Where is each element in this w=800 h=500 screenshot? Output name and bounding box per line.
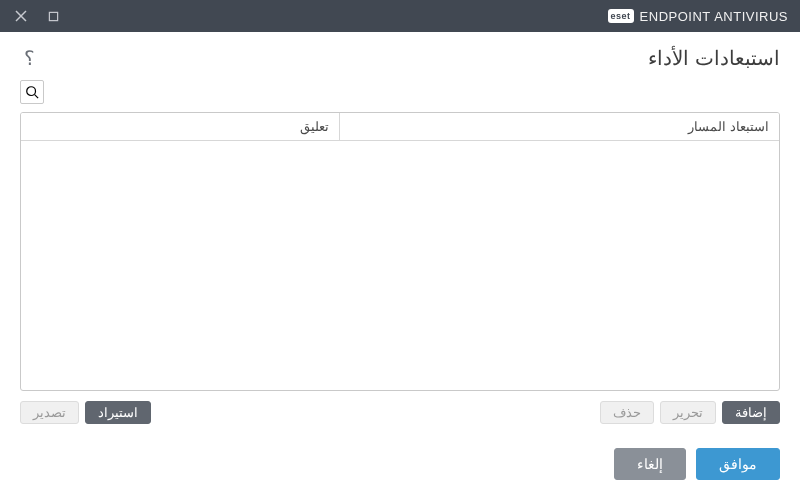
cancel-button[interactable]: إلغاء xyxy=(614,448,686,480)
titlebar: eset ENDPOINT ANTIVIRUS xyxy=(0,0,800,32)
import-button[interactable]: استيراد xyxy=(85,401,151,424)
delete-button: حذف xyxy=(600,401,654,424)
footer: موافق إلغاء xyxy=(0,424,800,500)
exclusions-table: استبعاد المسار تعليق xyxy=(20,112,780,391)
brand: eset ENDPOINT ANTIVIRUS xyxy=(608,0,788,32)
column-path[interactable]: استبعاد المسار xyxy=(339,113,779,140)
help-icon[interactable]: ؟ xyxy=(24,48,35,68)
search-icon xyxy=(25,85,39,99)
svg-line-4 xyxy=(35,95,39,99)
window-controls xyxy=(0,9,60,23)
spacer xyxy=(157,401,594,424)
svg-rect-2 xyxy=(49,12,57,20)
export-button: تصدير xyxy=(20,401,79,424)
maximize-icon[interactable] xyxy=(46,9,60,23)
header: استبعادات الأداء ؟ xyxy=(0,32,800,80)
svg-point-3 xyxy=(27,87,36,96)
content: استبعاد المسار تعليق xyxy=(0,104,800,391)
page-title: استبعادات الأداء xyxy=(648,46,780,70)
table-body[interactable] xyxy=(21,141,779,390)
brand-badge: eset xyxy=(608,9,634,23)
edit-button: تحرير xyxy=(660,401,716,424)
search-input[interactable] xyxy=(20,80,44,104)
column-comment[interactable]: تعليق xyxy=(21,113,339,140)
add-button[interactable]: إضافة xyxy=(722,401,780,424)
search-wrap xyxy=(0,80,800,104)
ok-button[interactable]: موافق xyxy=(696,448,780,480)
brand-product: ENDPOINT ANTIVIRUS xyxy=(640,9,788,24)
close-icon[interactable] xyxy=(14,9,28,23)
table-header: استبعاد المسار تعليق xyxy=(21,113,779,141)
actions-row: إضافة تحرير حذف استيراد تصدير xyxy=(0,391,800,424)
